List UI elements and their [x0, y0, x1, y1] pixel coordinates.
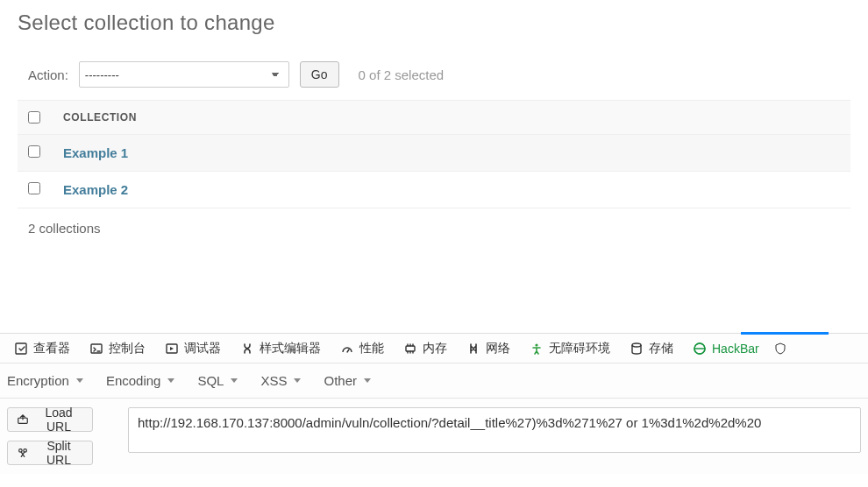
menu-xss[interactable]: XSS [257, 373, 304, 388]
svg-point-8 [19, 449, 23, 453]
menu-label: XSS [260, 373, 287, 388]
load-icon [17, 413, 29, 426]
tab-console[interactable]: 控制台 [81, 334, 154, 363]
split-url-button[interactable]: Split URL [7, 441, 93, 465]
go-button[interactable]: Go [300, 61, 339, 88]
tab-label: 内存 [423, 341, 447, 356]
row-link-example-2[interactable]: Example 2 [63, 182, 128, 197]
table-header-row: COLLECTION [18, 101, 850, 135]
chevron-down-icon [167, 378, 174, 383]
table-row: Example 1 [18, 135, 850, 172]
svg-point-4 [535, 343, 537, 346]
url-input[interactable] [128, 407, 861, 453]
svg-rect-3 [406, 346, 415, 351]
tab-label: 查看器 [33, 341, 70, 356]
selection-count: 0 of 2 selected [359, 67, 445, 82]
actions-bar: Action: --------- Go 0 of 2 selected [18, 61, 850, 88]
row-link-example-1[interactable]: Example 1 [63, 145, 128, 160]
split-icon [17, 447, 29, 459]
tab-label: 控制台 [109, 341, 146, 356]
shield-icon [773, 342, 787, 356]
changelist-table: COLLECTION Example 1 Example 2 2 collect… [18, 100, 850, 248]
menu-label: SQL [197, 373, 224, 388]
hackbar-side-buttons: Load URL Split URL [7, 407, 93, 465]
tab-label: 性能 [359, 341, 384, 356]
style-icon [240, 342, 254, 356]
chevron-down-icon [364, 378, 371, 383]
tab-label: HackBar [712, 342, 759, 356]
tab-label: 样式编辑器 [260, 341, 321, 356]
debugger-icon [165, 342, 179, 356]
svg-rect-0 [16, 343, 26, 354]
tab-memory[interactable]: 内存 [395, 334, 456, 363]
row-checkbox[interactable] [28, 182, 40, 194]
network-icon [466, 342, 480, 356]
tab-label: 存储 [649, 341, 673, 356]
storage-icon [630, 342, 644, 356]
action-label: Action: [28, 67, 68, 82]
action-select[interactable]: --------- [79, 61, 289, 88]
admin-changelist: Select collection to change Action: ----… [0, 0, 868, 248]
hackbar-body: Load URL Split URL [0, 399, 868, 474]
page-title: Select collection to change [18, 11, 850, 35]
menu-label: Encryption [7, 373, 69, 388]
button-label: Load URL [34, 406, 83, 434]
chevron-down-icon [76, 378, 83, 383]
column-header-collection[interactable]: COLLECTION [63, 111, 137, 124]
chevron-down-icon [231, 378, 238, 383]
row-checkbox[interactable] [28, 145, 40, 158]
load-url-button[interactable]: Load URL [7, 407, 93, 432]
menu-label: Encoding [106, 373, 161, 388]
button-label: Split URL [34, 439, 83, 467]
chevron-down-icon [294, 378, 301, 383]
tab-hackbar[interactable]: HackBar [684, 334, 768, 363]
table-row: Example 2 [18, 172, 850, 208]
tab-label: 网络 [486, 341, 510, 356]
menu-encoding[interactable]: Encoding [103, 373, 179, 388]
menu-sql[interactable]: SQL [194, 373, 241, 388]
menu-encryption[interactable]: Encryption [4, 373, 87, 388]
tab-label: 调试器 [184, 341, 221, 356]
tab-inspector[interactable]: 查看器 [5, 334, 79, 363]
tab-accessibility[interactable]: 无障碍环境 [521, 334, 619, 363]
hackbar-toolbar: Encryption Encoding SQL XSS Other [0, 363, 868, 399]
menu-label: Other [324, 373, 357, 388]
devtools-panel: 查看器 控制台 调试器 样式编辑器 性能 [0, 333, 868, 474]
inspector-icon [14, 342, 28, 356]
performance-icon [340, 342, 354, 356]
tab-storage[interactable]: 存储 [621, 334, 682, 363]
select-all-checkbox[interactable] [28, 111, 40, 124]
hackbar-icon [693, 342, 707, 356]
tab-debugger[interactable]: 调试器 [156, 334, 230, 363]
devtools-tabs: 查看器 控制台 调试器 样式编辑器 性能 [0, 334, 868, 363]
tab-more[interactable] [770, 334, 791, 363]
paginator: 2 collections [18, 208, 850, 248]
tab-style-editor[interactable]: 样式编辑器 [231, 334, 330, 363]
svg-point-5 [632, 343, 641, 347]
menu-other[interactable]: Other [320, 373, 374, 388]
accessibility-icon [530, 342, 544, 356]
svg-point-9 [24, 449, 27, 453]
tab-label: 无障碍环境 [549, 341, 610, 356]
tab-network[interactable]: 网络 [458, 334, 519, 363]
tab-performance[interactable]: 性能 [331, 334, 393, 363]
memory-icon [403, 342, 417, 356]
console-icon [89, 342, 103, 356]
active-tab-indicator [741, 332, 829, 335]
